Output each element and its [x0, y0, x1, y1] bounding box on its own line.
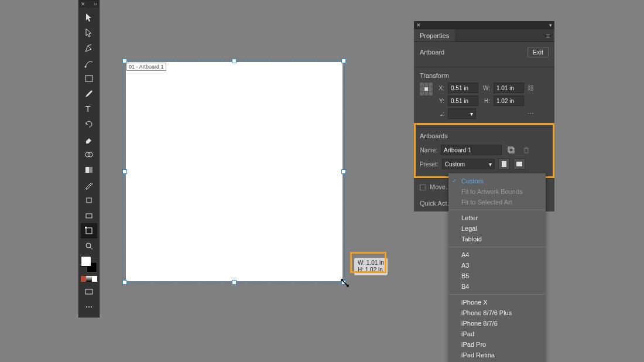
- resize-cursor-icon: [340, 278, 350, 288]
- preset-option[interactable]: Letter: [448, 213, 546, 223]
- color-mode-gradient[interactable]: [86, 276, 91, 282]
- preset-option[interactable]: A3: [448, 260, 546, 271]
- preset-option-custom[interactable]: ✓ Custom: [448, 176, 546, 186]
- artboard-tool[interactable]: [81, 223, 97, 238]
- w-input[interactable]: [494, 83, 524, 93]
- preset-option[interactable]: iPad Pro: [448, 339, 546, 350]
- preset-option[interactable]: Tabloid: [448, 234, 546, 244]
- svg-line-17: [341, 279, 348, 286]
- artboards-section: Artboards Name: Preset: Custom▾: [414, 128, 554, 179]
- svg-point-0: [85, 66, 87, 68]
- svg-point-11: [86, 243, 91, 248]
- preset-option[interactable]: A4: [448, 250, 546, 260]
- tools-panel-header[interactable]: ✕ ››: [79, 1, 99, 8]
- expand-icon[interactable]: ››: [94, 1, 97, 7]
- collapse-icon[interactable]: ▾: [549, 22, 552, 28]
- close-icon[interactable]: ✕: [416, 22, 421, 28]
- preset-option[interactable]: Legal: [448, 223, 546, 234]
- preset-option[interactable]: iPhone X: [448, 297, 546, 308]
- rectangle-tool[interactable]: [81, 71, 97, 86]
- preset-option[interactable]: B4: [448, 281, 546, 292]
- shape-builder-tool[interactable]: [81, 147, 97, 162]
- svg-line-12: [90, 247, 93, 250]
- new-artboard-icon[interactable]: [505, 144, 517, 156]
- pan-tool-1[interactable]: [81, 193, 97, 208]
- y-label: Y:: [437, 98, 444, 104]
- panel-flyout-menu-icon[interactable]: ≡: [542, 29, 554, 42]
- preset-select[interactable]: Custom▾: [442, 159, 495, 169]
- fill-swatch[interactable]: [81, 256, 91, 267]
- more-options-icon[interactable]: ⋯: [527, 110, 534, 118]
- rotate-tool[interactable]: [81, 117, 97, 132]
- h-label: H:: [482, 98, 490, 104]
- dropdown-separator: [448, 294, 546, 295]
- selection-type-label: Artboard: [420, 49, 444, 56]
- name-label: Name:: [420, 147, 437, 153]
- selection-tool[interactable]: [81, 10, 97, 25]
- eyedropper-tool[interactable]: [81, 177, 97, 193]
- handle-ne[interactable]: [341, 59, 346, 63]
- svg-point-15: [88, 306, 90, 308]
- reference-point-selector[interactable]: [420, 83, 433, 95]
- preset-option[interactable]: iPhone 8/7/6 Plus: [448, 308, 546, 318]
- svg-rect-6: [85, 167, 89, 173]
- transform-title: Transform: [420, 72, 549, 79]
- type-tool[interactable]: T: [81, 101, 97, 117]
- checkmark-icon: ✓: [452, 177, 457, 184]
- close-icon[interactable]: ✕: [81, 1, 85, 7]
- pen-tool[interactable]: [81, 40, 97, 56]
- preset-label: Preset:: [420, 161, 439, 168]
- svg-rect-8: [86, 214, 92, 218]
- x-input[interactable]: [448, 83, 478, 93]
- preset-option[interactable]: iPad Retina: [448, 350, 546, 360]
- paintbrush-tool[interactable]: [81, 86, 97, 101]
- y-input[interactable]: [448, 95, 478, 106]
- gradient-tool[interactable]: [81, 162, 97, 177]
- handle-sw[interactable]: [122, 280, 127, 285]
- preset-dropdown[interactable]: ✓ Custom Fit to Artwork Bounds Fit to Se…: [448, 173, 546, 362]
- artboard-name-input[interactable]: [441, 145, 502, 155]
- direct-selection-tool[interactable]: [81, 25, 97, 40]
- delete-artboard-icon[interactable]: [520, 144, 532, 156]
- handle-w[interactable]: [122, 169, 127, 174]
- link-wh-icon[interactable]: ⛓︎: [527, 84, 534, 91]
- pan-tool-2[interactable]: [81, 208, 97, 223]
- panel-titlebar[interactable]: ✕ ▾: [414, 21, 554, 29]
- preset-option[interactable]: iPhone 8/7/6: [448, 318, 546, 329]
- artboard-label[interactable]: 01 - Artboard 1: [126, 63, 166, 71]
- edit-toolbar-button[interactable]: [81, 299, 97, 315]
- dropdown-separator: [448, 247, 546, 247]
- tooltip-width: W: 1.01 in: [358, 259, 384, 267]
- h-input[interactable]: [494, 95, 524, 106]
- svg-rect-13: [85, 289, 93, 294]
- preset-option[interactable]: iPad: [448, 329, 546, 339]
- svg-rect-18: [508, 147, 513, 152]
- svg-text:T: T: [85, 104, 91, 114]
- color-mode-normal[interactable]: [81, 276, 86, 282]
- handle-n[interactable]: [232, 59, 237, 63]
- w-label: W:: [482, 85, 490, 91]
- zoom-tool[interactable]: [81, 238, 97, 254]
- orientation-landscape-button[interactable]: [513, 158, 525, 170]
- transform-section: Transform X: W: ⛓︎ Y: H:: [414, 67, 554, 128]
- svg-point-16: [91, 306, 92, 308]
- tab-properties[interactable]: Properties: [414, 29, 455, 42]
- fill-stroke-swatches[interactable]: [81, 256, 97, 272]
- angle-select[interactable]: ▾: [448, 108, 476, 119]
- color-mode-row[interactable]: [81, 276, 97, 282]
- color-mode-none[interactable]: [92, 276, 97, 282]
- artboard-canvas[interactable]: [126, 62, 342, 281]
- preset-option[interactable]: B5: [448, 271, 546, 281]
- eraser-tool[interactable]: [81, 132, 97, 147]
- orientation-portrait-button[interactable]: [498, 158, 510, 170]
- svg-rect-10: [85, 227, 87, 228]
- handle-e[interactable]: [341, 169, 346, 174]
- selection-section: Artboard Exit: [414, 42, 554, 67]
- handle-s[interactable]: [232, 280, 237, 285]
- screen-mode-tool[interactable]: [81, 284, 97, 299]
- svg-point-14: [86, 306, 87, 308]
- exit-button[interactable]: Exit: [527, 47, 549, 57]
- preset-option-fit-artwork: Fit to Artwork Bounds: [448, 186, 546, 197]
- svg-rect-7: [87, 198, 91, 203]
- curvature-tool[interactable]: [81, 56, 97, 71]
